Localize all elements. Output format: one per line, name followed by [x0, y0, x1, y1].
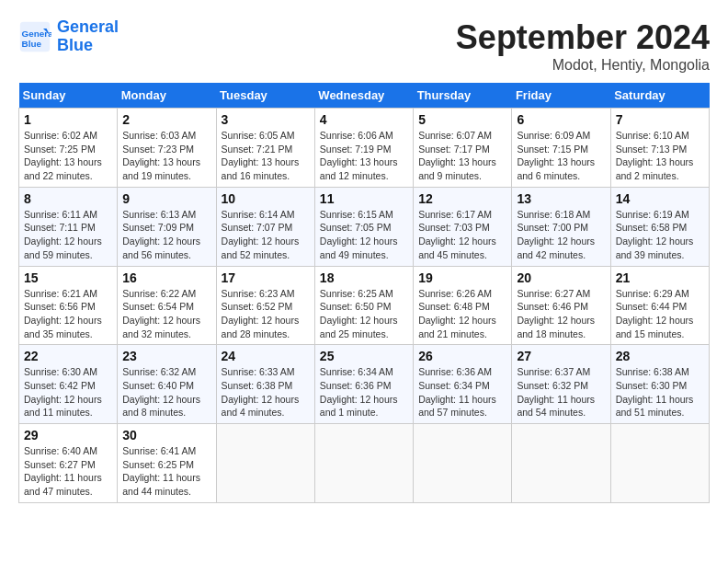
day-info: Sunrise: 6:34 AMSunset: 6:36 PMDaylight:… — [320, 365, 408, 419]
day-cell-5: 5Sunrise: 6:07 AMSunset: 7:17 PMDaylight… — [414, 109, 512, 188]
day-info: Sunrise: 6:07 AMSunset: 7:17 PMDaylight:… — [418, 129, 506, 183]
day-cell-20: 20Sunrise: 6:27 AMSunset: 6:46 PMDayligh… — [512, 266, 610, 345]
weekday-friday: Friday — [512, 83, 610, 109]
day-info: Sunrise: 6:33 AMSunset: 6:38 PMDaylight:… — [222, 365, 310, 419]
day-info: Sunrise: 6:22 AMSunset: 6:54 PMDaylight:… — [122, 287, 210, 341]
day-number: 21 — [616, 270, 704, 285]
day-number: 30 — [122, 428, 210, 442]
logo-line1: General — [57, 17, 119, 36]
month-title: September 2024 — [456, 18, 710, 57]
day-number: 27 — [517, 349, 605, 363]
day-info: Sunrise: 6:38 AMSunset: 6:30 PMDaylight:… — [616, 365, 704, 419]
day-cell-13: 13Sunrise: 6:18 AMSunset: 7:00 PMDayligh… — [512, 187, 610, 266]
day-info: Sunrise: 6:17 AMSunset: 7:03 PMDaylight:… — [418, 208, 506, 262]
day-number: 7 — [616, 112, 704, 127]
day-cell-22: 22Sunrise: 6:30 AMSunset: 6:42 PMDayligh… — [19, 345, 118, 424]
calendar-table: SundayMondayTuesdayWednesdayThursdayFrid… — [18, 83, 710, 503]
day-cell-1: 1Sunrise: 6:02 AMSunset: 7:25 PMDaylight… — [19, 109, 118, 188]
day-info: Sunrise: 6:10 AMSunset: 7:13 PMDaylight:… — [616, 129, 704, 183]
logo: General Blue General Blue — [18, 18, 119, 55]
day-cell-4: 4Sunrise: 6:06 AMSunset: 7:19 PMDaylight… — [314, 109, 413, 188]
day-number: 14 — [616, 191, 704, 206]
calendar-week-row: 22Sunrise: 6:30 AMSunset: 6:42 PMDayligh… — [19, 345, 710, 424]
empty-cell — [512, 424, 610, 503]
day-number: 19 — [418, 270, 506, 285]
location: Modot, Hentiy, Mongolia — [456, 57, 710, 74]
day-info: Sunrise: 6:30 AMSunset: 6:42 PMDaylight:… — [24, 365, 112, 419]
day-number: 28 — [616, 349, 704, 363]
day-number: 17 — [222, 270, 310, 285]
day-number: 9 — [122, 191, 210, 206]
logo-icon: General Blue — [18, 20, 51, 53]
weekday-sunday: Sunday — [19, 83, 118, 109]
day-number: 23 — [122, 349, 210, 363]
day-info: Sunrise: 6:23 AMSunset: 6:52 PMDaylight:… — [222, 287, 310, 341]
day-number: 4 — [320, 112, 408, 127]
day-cell-27: 27Sunrise: 6:37 AMSunset: 6:32 PMDayligh… — [512, 345, 610, 424]
day-info: Sunrise: 6:27 AMSunset: 6:46 PMDaylight:… — [517, 287, 605, 341]
day-number: 18 — [320, 270, 408, 285]
day-info: Sunrise: 6:15 AMSunset: 7:05 PMDaylight:… — [320, 208, 408, 262]
day-number: 26 — [418, 349, 506, 363]
empty-cell — [610, 424, 709, 503]
day-info: Sunrise: 6:14 AMSunset: 7:07 PMDaylight:… — [222, 208, 310, 262]
day-cell-2: 2Sunrise: 6:03 AMSunset: 7:23 PMDaylight… — [118, 109, 216, 188]
day-cell-25: 25Sunrise: 6:34 AMSunset: 6:36 PMDayligh… — [314, 345, 413, 424]
day-info: Sunrise: 6:11 AMSunset: 7:11 PMDaylight:… — [24, 208, 112, 262]
day-cell-14: 14Sunrise: 6:19 AMSunset: 6:58 PMDayligh… — [610, 187, 709, 266]
day-number: 2 — [122, 112, 210, 127]
day-cell-21: 21Sunrise: 6:29 AMSunset: 6:44 PMDayligh… — [610, 266, 709, 345]
day-cell-12: 12Sunrise: 6:17 AMSunset: 7:03 PMDayligh… — [414, 187, 512, 266]
weekday-saturday: Saturday — [610, 83, 709, 109]
day-cell-29: 29Sunrise: 6:40 AMSunset: 6:27 PMDayligh… — [19, 424, 118, 503]
day-info: Sunrise: 6:41 AMSunset: 6:25 PMDaylight:… — [122, 444, 210, 499]
day-cell-3: 3Sunrise: 6:05 AMSunset: 7:21 PMDaylight… — [216, 109, 314, 188]
day-info: Sunrise: 6:19 AMSunset: 6:58 PMDaylight:… — [616, 208, 704, 262]
day-cell-19: 19Sunrise: 6:26 AMSunset: 6:48 PMDayligh… — [414, 266, 512, 345]
day-cell-11: 11Sunrise: 6:15 AMSunset: 7:05 PMDayligh… — [314, 187, 413, 266]
day-number: 8 — [24, 191, 112, 206]
day-cell-23: 23Sunrise: 6:32 AMSunset: 6:40 PMDayligh… — [118, 345, 216, 424]
calendar-body: 1Sunrise: 6:02 AMSunset: 7:25 PMDaylight… — [19, 109, 710, 503]
day-number: 11 — [320, 191, 408, 206]
day-number: 29 — [24, 428, 112, 442]
weekday-thursday: Thursday — [414, 83, 512, 109]
calendar-week-row: 15Sunrise: 6:21 AMSunset: 6:56 PMDayligh… — [19, 266, 710, 345]
day-info: Sunrise: 6:06 AMSunset: 7:19 PMDaylight:… — [320, 129, 408, 183]
day-cell-26: 26Sunrise: 6:36 AMSunset: 6:34 PMDayligh… — [414, 345, 512, 424]
calendar-week-row: 8Sunrise: 6:11 AMSunset: 7:11 PMDaylight… — [19, 187, 710, 266]
day-cell-18: 18Sunrise: 6:25 AMSunset: 6:50 PMDayligh… — [314, 266, 413, 345]
day-cell-7: 7Sunrise: 6:10 AMSunset: 7:13 PMDaylight… — [610, 109, 709, 188]
day-number: 1 — [24, 112, 112, 127]
day-info: Sunrise: 6:25 AMSunset: 6:50 PMDaylight:… — [320, 287, 408, 341]
day-cell-28: 28Sunrise: 6:38 AMSunset: 6:30 PMDayligh… — [610, 345, 709, 424]
weekday-wednesday: Wednesday — [314, 83, 413, 109]
weekday-tuesday: Tuesday — [216, 83, 314, 109]
day-cell-30: 30Sunrise: 6:41 AMSunset: 6:25 PMDayligh… — [118, 424, 216, 503]
day-info: Sunrise: 6:21 AMSunset: 6:56 PMDaylight:… — [24, 287, 112, 341]
day-number: 10 — [222, 191, 310, 206]
logo-text: General Blue — [57, 18, 119, 55]
logo-line2: Blue — [57, 36, 93, 54]
day-info: Sunrise: 6:02 AMSunset: 7:25 PMDaylight:… — [24, 129, 112, 183]
day-cell-8: 8Sunrise: 6:11 AMSunset: 7:11 PMDaylight… — [19, 187, 118, 266]
day-info: Sunrise: 6:09 AMSunset: 7:15 PMDaylight:… — [517, 129, 605, 183]
weekday-monday: Monday — [118, 83, 216, 109]
day-number: 15 — [24, 270, 112, 285]
day-number: 3 — [222, 112, 310, 127]
day-cell-24: 24Sunrise: 6:33 AMSunset: 6:38 PMDayligh… — [216, 345, 314, 424]
day-cell-10: 10Sunrise: 6:14 AMSunset: 7:07 PMDayligh… — [216, 187, 314, 266]
title-block: September 2024 Modot, Hentiy, Mongolia — [456, 18, 710, 74]
day-number: 20 — [517, 270, 605, 285]
empty-cell — [314, 424, 413, 503]
day-cell-9: 9Sunrise: 6:13 AMSunset: 7:09 PMDaylight… — [118, 187, 216, 266]
calendar-week-row: 1Sunrise: 6:02 AMSunset: 7:25 PMDaylight… — [19, 109, 710, 188]
empty-cell — [216, 424, 314, 503]
day-number: 24 — [222, 349, 310, 363]
day-info: Sunrise: 6:37 AMSunset: 6:32 PMDaylight:… — [517, 365, 605, 419]
svg-text:Blue: Blue — [22, 39, 42, 49]
empty-cell — [414, 424, 512, 503]
day-info: Sunrise: 6:13 AMSunset: 7:09 PMDaylight:… — [122, 208, 210, 262]
day-number: 16 — [122, 270, 210, 285]
day-info: Sunrise: 6:40 AMSunset: 6:27 PMDaylight:… — [24, 444, 112, 499]
